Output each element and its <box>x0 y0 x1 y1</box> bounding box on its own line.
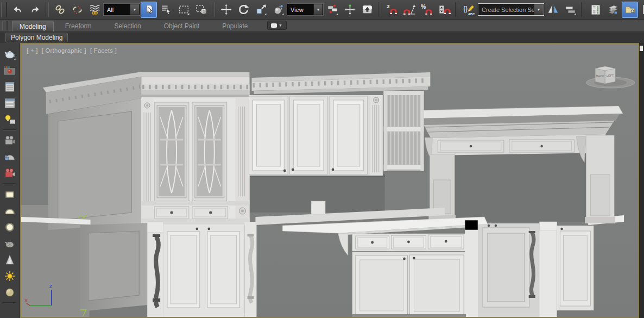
pivot-center-icon <box>326 3 339 16</box>
toolbar-separator <box>581 2 584 17</box>
ribbon-tab-bar: Modeling Freeform Selection Object Paint… <box>0 20 644 32</box>
redo-button[interactable] <box>27 2 43 18</box>
dropdown-arrow-icon[interactable]: ▼ <box>130 4 139 15</box>
select-and-link-button[interactable] <box>52 2 68 18</box>
ribbon-pane-icon <box>271 23 277 28</box>
toggle-ribbon-button[interactable] <box>622 2 638 18</box>
mirror-button[interactable] <box>545 2 561 18</box>
bind-to-space-warp-button[interactable] <box>86 2 103 18</box>
mirror-icon <box>547 3 559 16</box>
panel-scroll-thumb[interactable] <box>640 46 643 51</box>
light-bulb-icon <box>3 113 16 126</box>
percent-snap-icon: % <box>421 3 433 16</box>
select-and-scale-button[interactable] <box>252 2 269 18</box>
curve-editor-icon <box>641 3 644 16</box>
select-by-name-button[interactable] <box>158 2 174 18</box>
dropdown-arrow-icon[interactable]: ▼ <box>313 4 323 15</box>
teapot-icon <box>3 48 16 61</box>
keyboard-override-button[interactable] <box>359 2 375 18</box>
toolbar-separator <box>212 2 215 17</box>
plane-light-button[interactable] <box>2 187 17 202</box>
angle-snap-icon <box>403 3 416 16</box>
physical-camera-button[interactable] <box>2 166 17 180</box>
select-and-move-button[interactable] <box>218 2 234 18</box>
rendered-frame-icon <box>3 64 16 77</box>
scene-explorer-button[interactable] <box>604 2 621 18</box>
ribbon-drag-handle[interactable] <box>2 21 8 30</box>
light-lister-button[interactable] <box>2 112 17 127</box>
svg-text:%: % <box>421 4 426 10</box>
mesh-light-button[interactable] <box>2 236 17 251</box>
material-sphere-button[interactable] <box>2 285 17 300</box>
tab-selection[interactable]: Selection <box>103 21 152 32</box>
ribbon-minimize-button[interactable]: ▼ <box>267 21 287 30</box>
ribbon-folder-icon <box>624 3 636 16</box>
open-shelf-unit <box>384 91 424 171</box>
command-panel-edge[interactable] <box>639 43 644 318</box>
settings-panel-icon <box>3 80 16 93</box>
undo-button[interactable] <box>9 2 26 18</box>
sphere-light-button[interactable] <box>2 220 17 234</box>
tab-populate[interactable]: Populate <box>211 21 259 32</box>
render-teapot-button[interactable] <box>2 47 17 61</box>
select-object-button[interactable] <box>141 2 157 18</box>
scale-icon <box>255 3 267 16</box>
render-setup-small-button[interactable] <box>2 79 17 94</box>
unlink-selection-button[interactable] <box>69 2 85 18</box>
viewport[interactable]: [ + ] [ Orthographic ] [ Facets ] <box>20 43 639 318</box>
tab-freeform[interactable]: Freeform <box>54 21 103 32</box>
edit-named-selection-sets-button[interactable]: {}ABC <box>461 2 477 18</box>
dropdown-arrow-icon[interactable]: ▼ <box>534 4 543 15</box>
percent-snap-button[interactable]: % <box>419 2 435 18</box>
spinner-snap-button[interactable] <box>436 2 452 18</box>
viewcube-face-left[interactable]: LEFT <box>607 74 614 77</box>
named-selection-set-dropdown[interactable]: Create Selection Se ▼ <box>478 4 544 15</box>
toolbar-drag-handle[interactable] <box>1 2 7 17</box>
3dsmax-window: All ▼ View ▼ 3 % {}ABC Create Selection … <box>0 0 644 318</box>
viewport-menu-shading[interactable]: [ Facets ] <box>90 47 117 54</box>
viewport-menu-pov[interactable]: [ Orthographic ] <box>42 47 86 54</box>
sphere-icon <box>3 286 16 299</box>
snaps-toggle-button[interactable]: 3 <box>384 2 400 18</box>
rendered-frame-button[interactable] <box>2 63 17 78</box>
rotate-icon <box>237 3 250 16</box>
viewcube-face-back[interactable]: BACK <box>596 74 604 78</box>
dome-light-button[interactable] <box>2 203 17 218</box>
mesh-teapot-icon <box>3 237 16 250</box>
axis-x-label: X <box>24 298 28 303</box>
layer-explorer-button[interactable] <box>587 2 603 18</box>
panel-polygon-modeling[interactable]: Polygon Modeling <box>5 33 68 42</box>
selection-filter-value: All <box>104 7 130 13</box>
viewport-canvas[interactable]: BACK LEFT Z X <box>21 44 638 317</box>
select-by-name-icon <box>160 3 173 16</box>
select-and-manipulate-button[interactable] <box>342 2 358 18</box>
align-icon <box>564 3 577 16</box>
snap-3d-icon: 3 <box>386 3 399 16</box>
viewport-menu-general[interactable]: [ + ] <box>27 47 38 54</box>
left-toolbar <box>0 43 20 318</box>
render-setup-button[interactable] <box>2 96 17 110</box>
tab-modeling[interactable]: Modeling <box>12 21 54 32</box>
ies-light-button[interactable] <box>2 252 17 267</box>
cone-icon <box>3 253 16 266</box>
curve-editor-button[interactable] <box>639 2 644 18</box>
sun-light-button[interactable] <box>2 269 17 283</box>
window-crossing-button[interactable] <box>193 2 209 18</box>
align-button[interactable] <box>562 2 578 18</box>
use-pivot-center-button[interactable] <box>324 2 340 18</box>
tab-object-paint[interactable]: Object Paint <box>153 21 211 32</box>
render-setup-icon <box>3 97 16 110</box>
selection-filter-dropdown[interactable]: All ▼ <box>104 4 140 15</box>
chevron-down-icon: ▼ <box>279 23 282 27</box>
camera-dome-button[interactable] <box>2 149 17 164</box>
coord-system-dropdown[interactable]: View ▼ <box>287 4 323 15</box>
undo-icon <box>11 3 24 16</box>
viewport-label: [ + ] [ Orthographic ] [ Facets ] <box>27 47 117 54</box>
red-camera-icon <box>3 167 16 180</box>
select-and-rotate-button[interactable] <box>235 2 251 18</box>
dome-light-icon <box>3 204 16 217</box>
angle-snap-button[interactable] <box>401 2 418 18</box>
rectangular-selection-button[interactable] <box>175 2 192 18</box>
select-and-place-button[interactable] <box>270 2 286 18</box>
camera-button[interactable] <box>2 133 17 148</box>
